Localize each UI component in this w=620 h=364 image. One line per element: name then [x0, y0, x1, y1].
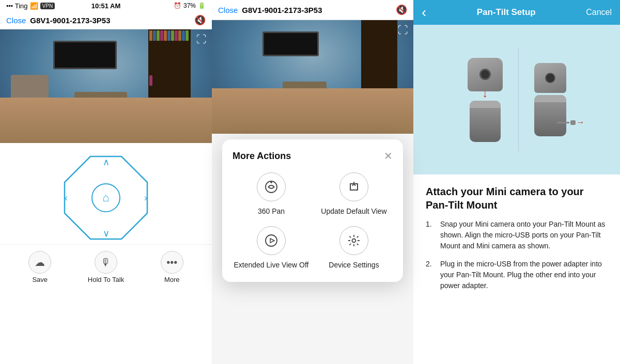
- book: [164, 30, 167, 41]
- left-mute-icon[interactable]: 🔇: [194, 14, 206, 26]
- time-display: 10:51 AM: [91, 2, 121, 10]
- svg-rect-4: [350, 184, 358, 190]
- 360pan-icon: [257, 172, 286, 201]
- attach-title: Attach your Mini camera to your Pan-Tilt…: [426, 185, 608, 212]
- step-list: 1. Snap your Mini camera onto your Pan-T…: [426, 219, 608, 291]
- left-tv: [53, 41, 117, 69]
- step-2-num: 2.: [426, 259, 436, 291]
- dpad-up-arrow[interactable]: ∧: [103, 156, 110, 168]
- carrier-label: Ting: [15, 2, 28, 10]
- book: [149, 30, 152, 41]
- step-2-text: Plug in the micro-USB from the power ada…: [440, 259, 608, 291]
- modal-item-update-label: Update Default View: [321, 207, 386, 216]
- left-camera-header: Close G8V1-9001-2173-3P53 🔇: [0, 11, 212, 29]
- pan-tilt-illustration: ↓: [413, 25, 620, 175]
- mid-tv: [262, 31, 319, 56]
- battery-icon: 🔋: [198, 2, 206, 9]
- pan-tilt-base: →: [534, 95, 566, 136]
- svg-point-5: [266, 235, 277, 246]
- step-1-text: Snap your Mini camera onto your Pan-Tilt…: [440, 219, 608, 251]
- camera-lens-2: [545, 73, 555, 83]
- dpad: ∧ ∨ ‹ › ⌂: [59, 151, 152, 244]
- illustration-divider: [518, 48, 519, 151]
- modal-item-device-settings[interactable]: Device Settings: [315, 226, 393, 270]
- cam-attach-illustration: ↓: [468, 58, 503, 142]
- save-icon: ☁: [28, 251, 51, 274]
- dpad-home-button[interactable]: ⌂: [91, 183, 120, 212]
- right-panel: ‹ Pan-Tilt Setup Cancel ↓: [413, 0, 620, 364]
- mid-fullscreen-icon[interactable]: ⛶: [398, 24, 408, 36]
- book: [149, 75, 152, 86]
- hold-to-talk-button[interactable]: 🎙 Hold To Talk: [88, 251, 124, 283]
- modal-item-update-default[interactable]: Update Default View: [315, 172, 393, 216]
- middle-panel: Close G8V1-9001-2173-3P53 🔇 ⛶ More Actio…: [212, 0, 413, 364]
- book: [185, 30, 189, 41]
- battery-percent: 37%: [183, 2, 196, 9]
- status-left: ▪▪▪ Ting 📶 VPN: [6, 2, 55, 10]
- alarm-icon: ⏰: [174, 2, 181, 9]
- left-close-button[interactable]: Close: [6, 16, 26, 25]
- plug-arrow-right: →: [577, 118, 585, 127]
- vpn-badge: VPN: [40, 3, 55, 9]
- pan-tilt-mount: [470, 101, 501, 142]
- left-panel: ▪▪▪ Ting 📶 VPN 10:51 AM ⏰ 37% 🔋 Close G8…: [0, 0, 212, 364]
- update-default-icon: [339, 172, 368, 201]
- right-header-title: Pan-Tilt Setup: [477, 7, 536, 18]
- cam-plug-group: →: [534, 63, 566, 136]
- cam-snap-group: ↓: [468, 58, 503, 142]
- dpad-down-arrow[interactable]: ∨: [103, 228, 110, 239]
- modal-item-360pan[interactable]: 360 Pan: [233, 172, 310, 216]
- usb-plug-group: →: [557, 118, 585, 127]
- step-1: 1. Snap your Mini camera onto your Pan-T…: [426, 219, 608, 251]
- modal-grid: 360 Pan Update Default View: [233, 172, 393, 270]
- step-2: 2. Plug in the micro-USB from the power …: [426, 259, 608, 291]
- book: [182, 30, 185, 41]
- mount-top: [470, 101, 501, 108]
- detached-camera: [534, 63, 566, 93]
- back-button[interactable]: ‹: [422, 4, 426, 21]
- modal-title: More Actions: [233, 151, 291, 162]
- left-fullscreen-icon[interactable]: ⛶: [196, 34, 207, 45]
- mid-close-button[interactable]: Close: [218, 6, 238, 14]
- extended-live-icon: [257, 226, 286, 255]
- mid-mute-icon[interactable]: 🔇: [396, 4, 407, 15]
- mid-camera-feed: ⛶: [212, 20, 413, 134]
- mid-device-id: G8V1-9001-2173-3P53: [242, 6, 322, 14]
- step-1-num: 1.: [426, 219, 436, 251]
- dpad-right-arrow[interactable]: ›: [144, 193, 147, 203]
- save-label: Save: [32, 276, 48, 283]
- save-button[interactable]: ☁ Save: [28, 251, 51, 283]
- book: [175, 30, 178, 41]
- mid-floor: [212, 88, 413, 134]
- more-button[interactable]: ••• More: [161, 251, 183, 283]
- left-device-id: G8V1-9001-2173-3P53: [30, 16, 110, 25]
- modal-item-extended-live[interactable]: Extended Live View Off: [233, 226, 310, 270]
- book: [160, 30, 163, 41]
- bottom-controls: ☁ Save 🎙 Hold To Talk ••• More: [0, 244, 212, 287]
- controls-area: ∧ ∨ ‹ › ⌂ ☁ Save 🎙 Hold To Talk ••• More: [0, 143, 212, 364]
- status-right: ⏰ 37% 🔋: [174, 2, 206, 9]
- book: [171, 30, 174, 41]
- dpad-left-arrow[interactable]: ‹: [65, 193, 68, 203]
- modal-item-extended-label: Extended Live View Off: [234, 260, 308, 270]
- wifi-icon: 📶: [30, 2, 38, 10]
- attach-arrow-down: ↓: [483, 88, 488, 100]
- more-actions-modal: More Actions ✕ 360 Pan: [222, 139, 403, 282]
- book: [157, 30, 160, 41]
- mid-camera-header: Close G8V1-9001-2173-3P53 🔇: [212, 0, 413, 20]
- modal-close-button[interactable]: ✕: [384, 150, 393, 162]
- left-camera-feed: ⛶: [0, 29, 212, 143]
- modal-item-360pan-label: 360 Pan: [258, 207, 285, 216]
- hold-to-talk-label: Hold To Talk: [88, 276, 124, 283]
- base-top: [534, 95, 566, 102]
- more-label: More: [164, 276, 180, 283]
- book: [178, 30, 181, 41]
- mid-header-title: Close G8V1-9001-2173-3P53: [218, 6, 322, 14]
- cancel-button[interactable]: Cancel: [586, 8, 612, 17]
- left-room-sim: [0, 29, 212, 143]
- home-icon: ⌂: [102, 191, 109, 204]
- camera-header-title: Close G8V1-9001-2173-3P53: [6, 16, 110, 25]
- right-content: Attach your Mini camera to your Pan-Tilt…: [413, 175, 620, 364]
- usb-head: [570, 120, 576, 125]
- left-floor: [0, 98, 212, 143]
